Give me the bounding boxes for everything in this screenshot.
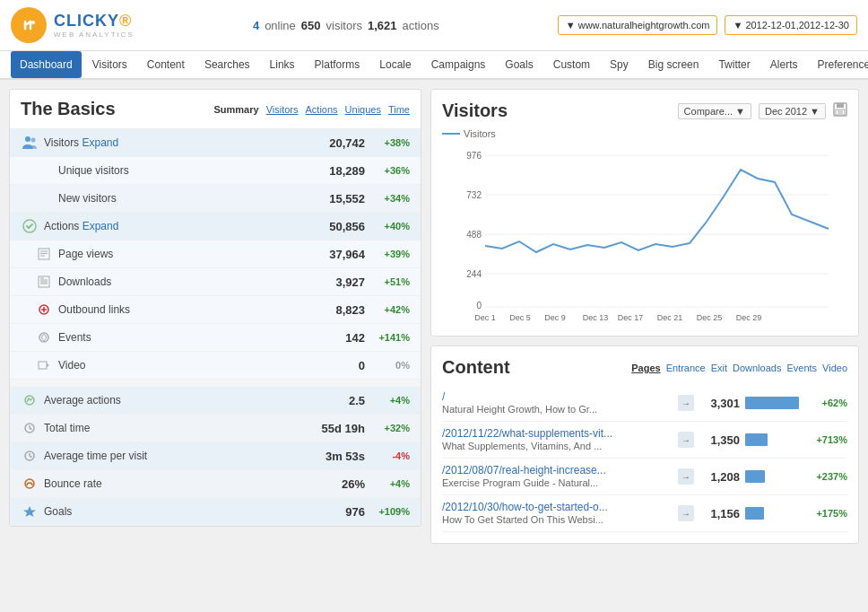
basics-title: The Basics [21, 99, 116, 119]
bounce-value: 26% [302, 477, 365, 491]
metric-unique-visitors: Unique visitors 18,289 +36% [10, 157, 421, 185]
downloads-name: Downloads [58, 275, 302, 288]
content-row-2: /2012/11/22/what-supplements-vit... What… [442, 422, 847, 459]
svg-marker-19 [47, 363, 49, 367]
url-link-4[interactable]: /2012/10/30/how-to-get-started-o... [442, 501, 673, 513]
nav-item-searches[interactable]: Searches [195, 51, 259, 78]
content-value-3: 1,208 [699, 470, 740, 484]
arrow-btn-1[interactable]: → [678, 395, 694, 411]
goals-value: 976 [302, 505, 365, 519]
content-change-4: +175% [804, 508, 847, 519]
date-dropdown-label: ▼ 2012-12-01,2012-12-30 [733, 20, 849, 31]
svg-text:Dec 29: Dec 29 [736, 313, 762, 322]
header-controls: ▼ www.naturalheightgrowth.com ▼ 2012-12-… [558, 15, 857, 35]
tab-actions[interactable]: Actions [306, 104, 338, 115]
svg-point-3 [31, 138, 36, 143]
tab-time[interactable]: Time [388, 104, 410, 115]
nav-item-content[interactable]: Content [138, 51, 194, 78]
content-tab-entrance[interactable]: Entrance [666, 363, 706, 373]
tab-visitors[interactable]: Visitors [266, 104, 299, 115]
actions-expand-link[interactable]: Expand [82, 220, 119, 232]
tab-summary[interactable]: Summary [214, 104, 259, 115]
stat-visitors-label: visitors [326, 19, 362, 32]
content-tab-downloads[interactable]: Downloads [733, 363, 781, 373]
tab-uniques[interactable]: Uniques [345, 104, 381, 115]
pageviews-name: Page views [58, 248, 302, 260]
nav-item-locale[interactable]: Locale [370, 51, 420, 78]
url-link-1[interactable]: / [442, 390, 673, 403]
content-change-1: +62% [804, 398, 847, 408]
downloads-value: 3,927 [302, 275, 365, 289]
nav-item-custom[interactable]: Custom [544, 51, 599, 78]
arrow-btn-4[interactable]: → [678, 505, 694, 521]
content-tab-pages[interactable]: Pages [631, 363, 660, 373]
outbound-icon [35, 301, 53, 319]
visitors-change: +38% [365, 137, 410, 148]
compare-dropdown[interactable]: Compare... ▼ [678, 103, 751, 119]
nav-item-preferences[interactable]: Preferences [808, 51, 868, 78]
date-dropdown[interactable]: ▼ 2012-12-01,2012-12-30 [725, 15, 857, 35]
bar-area-4 [745, 507, 799, 520]
nav-item-dashboard[interactable]: Dashboard [11, 51, 82, 78]
nav-item-twitter[interactable]: Twitter [709, 51, 759, 78]
content-tab-video[interactable]: Video [822, 363, 847, 373]
goals-name: Goals [44, 505, 302, 518]
site-dropdown[interactable]: ▼ www.naturalheightgrowth.com [558, 15, 718, 35]
new-visitors-value: 15,552 [302, 192, 365, 205]
content-tab-events[interactable]: Events [786, 363, 817, 373]
metric-outbound: Outbound links 8,823 +42% [10, 296, 421, 324]
stat-online-label: online [265, 19, 296, 32]
downloads-change: +51% [365, 276, 410, 287]
svg-text:Dec 13: Dec 13 [583, 313, 609, 322]
video-value: 0 [302, 359, 365, 372]
stat-visitors-count: 650 [301, 19, 321, 32]
url-area-3: /2012/08/07/real-height-increase... Exer… [442, 464, 673, 489]
url-desc-3: Exercise Program Guide - Natural... [442, 477, 598, 488]
stat-actions-label: actions [403, 19, 439, 32]
svg-text:Dec 17: Dec 17 [618, 313, 644, 322]
svg-rect-30 [837, 103, 844, 108]
content-panel: Content Pages Entrance Exit Downloads Ev… [430, 345, 859, 544]
visitors-value: 20,742 [302, 136, 365, 150]
content-header: Content Pages Entrance Exit Downloads Ev… [442, 357, 847, 378]
content-row-1: / Natural Height Growth, How to Gr... → … [442, 385, 847, 422]
nav-item-platforms[interactable]: Platforms [306, 51, 369, 78]
nav-item-bigscreen[interactable]: Big screen [639, 51, 708, 78]
nav-item-links[interactable]: Links [261, 51, 304, 78]
bar-area-3 [745, 470, 799, 483]
nav-item-campaigns[interactable]: Campaigns [422, 51, 495, 78]
visitors-expand-link[interactable]: Expand [82, 136, 118, 149]
outbound-change: +42% [365, 304, 410, 315]
nav-item-visitors[interactable]: Visitors [83, 51, 136, 78]
url-desc-2: What Supplements, Vitamins, And ... [442, 441, 602, 451]
svg-point-2 [25, 136, 30, 142]
basics-tabs: Summary Visitors Actions Uniques Time [214, 104, 411, 115]
nav-item-goals[interactable]: Goals [496, 51, 542, 78]
visitors-name: Visitors Expand [44, 136, 302, 149]
chart-legend: Visitors [442, 128, 847, 139]
logo-subtitle: WEB ANALYTICS [54, 31, 135, 39]
arrow-btn-3[interactable]: → [678, 468, 694, 485]
actions-change: +40% [365, 221, 410, 232]
url-area-1: / Natural Height Growth, How to Gr... [442, 390, 673, 415]
metric-total-time: Total time 55d 19h +32% [10, 415, 421, 442]
url-link-2[interactable]: /2012/11/22/what-supplements-vit... [442, 427, 673, 440]
url-area-2: /2012/11/22/what-supplements-vit... What… [442, 427, 673, 452]
metric-events: Events 142 +141% [10, 324, 421, 352]
period-dropdown[interactable]: Dec 2012 ▼ [759, 103, 826, 119]
svg-text:976: 976 [466, 151, 482, 161]
nav-item-alerts[interactable]: Alerts [761, 51, 807, 78]
url-link-3[interactable]: /2012/08/07/real-height-increase... [442, 464, 673, 476]
arrow-btn-2[interactable]: → [678, 432, 694, 448]
svg-point-1 [31, 21, 35, 24]
site-dropdown-label: ▼ www.naturalheightgrowth.com [566, 20, 710, 31]
metric-bounce: Bounce rate 26% +4% [10, 470, 421, 498]
svg-marker-28 [23, 506, 36, 517]
nav-item-spy[interactable]: Spy [601, 51, 638, 78]
pageviews-icon [35, 245, 53, 263]
svg-point-27 [25, 479, 34, 488]
content-tab-exit[interactable]: Exit [711, 363, 727, 373]
unique-visitors-value: 18,289 [302, 164, 365, 178]
save-icon[interactable] [833, 102, 847, 119]
new-visitors-icon [35, 189, 53, 207]
